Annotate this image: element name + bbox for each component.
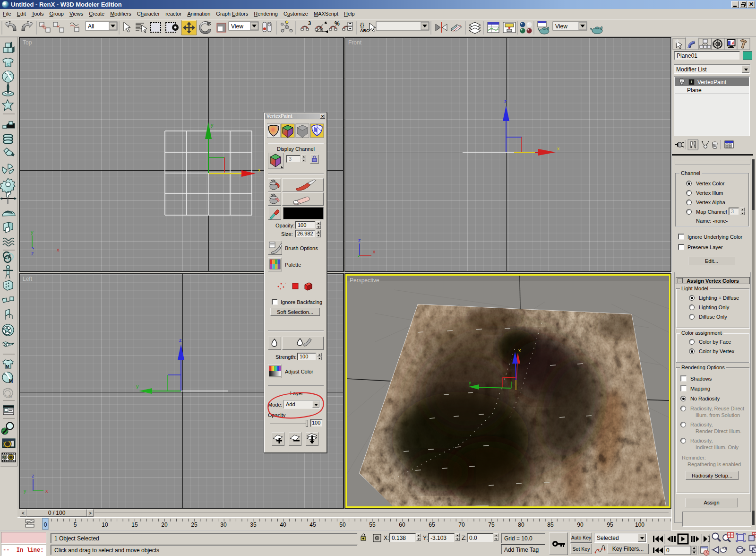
svg-text:95: 95 — [607, 521, 613, 528]
svg-text:10: 10 — [102, 521, 108, 528]
svg-text:90: 90 — [577, 521, 584, 528]
svg-text:z: z — [179, 337, 182, 343]
svg-text:60: 60 — [399, 521, 405, 528]
svg-text:%: % — [335, 20, 340, 27]
svg-text:y: y — [136, 383, 139, 389]
svg-text:0: 0 — [666, 547, 670, 554]
svg-text:35: 35 — [250, 521, 257, 528]
svg-text:M: M — [9, 379, 13, 384]
svg-text:x: x — [373, 249, 376, 254]
svg-text:x: x — [57, 247, 60, 252]
svg-text:80: 80 — [518, 521, 524, 528]
svg-text:45: 45 — [309, 521, 316, 528]
svg-text:15: 15 — [131, 521, 138, 528]
svg-text:30: 30 — [220, 521, 227, 528]
svg-text:ABC: ABC — [360, 28, 369, 33]
svg-text:3: 3 — [308, 20, 311, 26]
svg-text:55: 55 — [369, 521, 376, 528]
svg-text:40: 40 — [280, 521, 286, 528]
svg-text:z: z — [504, 98, 507, 104]
svg-text:x: x — [518, 348, 521, 353]
svg-text:y: y — [31, 229, 34, 235]
svg-text:{}: {} — [360, 21, 364, 28]
svg-text:65: 65 — [429, 521, 435, 528]
svg-text:C: C — [7, 62, 10, 67]
svg-text:x: x — [258, 167, 261, 173]
svg-text:M: M — [6, 364, 9, 369]
svg-text:70: 70 — [458, 521, 465, 528]
svg-text:z: z — [358, 237, 361, 243]
svg-text:50: 50 — [339, 521, 346, 528]
svg-text:View: View — [555, 23, 567, 30]
svg-text:y: y — [469, 380, 471, 385]
svg-text:y: y — [24, 488, 26, 494]
svg-text:z: z — [32, 473, 34, 478]
svg-text:85: 85 — [547, 521, 554, 528]
svg-text:20: 20 — [161, 521, 168, 528]
svg-text:M: M — [9, 394, 12, 399]
svg-text:25: 25 — [191, 521, 198, 528]
svg-text:x: x — [45, 488, 48, 494]
svg-text:View: View — [231, 23, 243, 30]
svg-text:100: 100 — [635, 521, 644, 528]
svg-text:75: 75 — [488, 521, 495, 528]
svg-text:y: y — [211, 122, 214, 128]
svg-text:5: 5 — [74, 521, 77, 528]
svg-text:0: 0 — [44, 521, 47, 528]
svg-text:All: All — [88, 23, 94, 30]
svg-text:x: x — [557, 146, 560, 151]
svg-text:z: z — [31, 251, 34, 256]
